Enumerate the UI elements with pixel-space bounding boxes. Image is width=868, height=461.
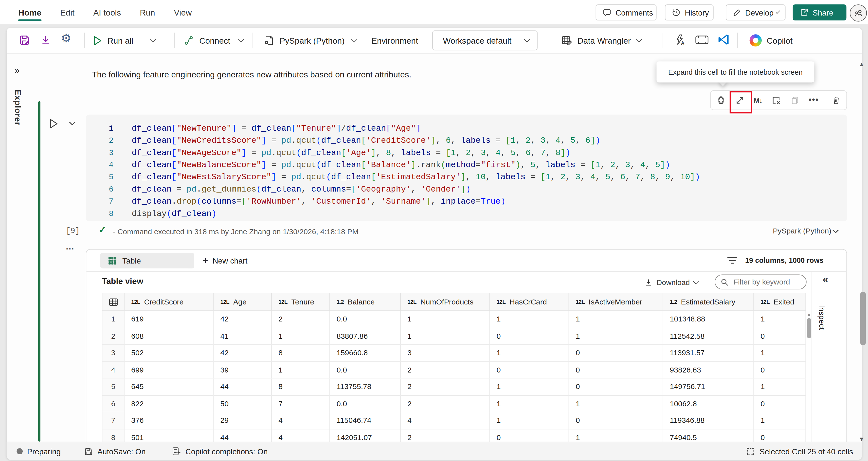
- delete-cell-icon[interactable]: [829, 90, 843, 110]
- connect-button[interactable]: Connect: [183, 28, 243, 53]
- column-type-icon: 1.2: [337, 299, 344, 305]
- tab-table[interactable]: Table: [100, 253, 194, 269]
- filter-input[interactable]: [733, 277, 798, 287]
- code-line-4[interactable]: 4df_clean["NewBalanceScore"] = pd.qcut(d…: [86, 159, 847, 171]
- column-header-HasCrCard[interactable]: 12LHasCrCard: [490, 293, 569, 311]
- column-header-IsActiveMember[interactable]: 12LIsActiveMember: [569, 293, 663, 311]
- table-cell: 93826.63: [663, 362, 754, 378]
- data-wrangler-button[interactable]: Data Wrangler: [561, 28, 641, 53]
- autosave-status[interactable]: AutoSave: On: [84, 442, 146, 461]
- expand-sidebar-icon[interactable]: »: [14, 65, 20, 76]
- session-status-label: Preparing: [27, 447, 61, 456]
- filter-icon[interactable]: [727, 257, 737, 264]
- filter-search-box[interactable]: [715, 274, 807, 289]
- table-cell: 0: [569, 345, 663, 362]
- column-header-NumOfProducts[interactable]: 12LNumOfProducts: [401, 293, 490, 311]
- collapse-cell-icon[interactable]: [68, 121, 76, 126]
- execution-status: - Command executed in 318 ms by Jene Zha…: [113, 227, 359, 236]
- menu-tab-home[interactable]: Home: [18, 1, 41, 23]
- run-cell-icon[interactable]: [49, 118, 58, 129]
- code-line-6[interactable]: 6df_clean = pd.get_dummies(df_clean, col…: [86, 183, 847, 195]
- table-row-6[interactable]: 68225070.021110062.80: [102, 395, 807, 412]
- run-all-button[interactable]: Run all: [93, 28, 155, 53]
- chevron-down-icon[interactable]: [832, 229, 839, 234]
- chevron-down-icon[interactable]: [149, 36, 156, 42]
- column-header-EstimatedSalary[interactable]: 1.2EstimatedSalary: [663, 293, 754, 311]
- new-chart-button[interactable]: + New chart: [203, 249, 248, 271]
- code-line-2[interactable]: 2df_clean["NewCreditsScore"] = pd.qcut(d…: [86, 134, 847, 147]
- quick-actions-icon[interactable]: A: [674, 34, 686, 46]
- code-line-3[interactable]: 3df_clean["NewAgeScore"] = pd.qcut(df_cl…: [86, 147, 847, 159]
- scrollbar-down-icon[interactable]: ▼: [859, 436, 865, 442]
- scrollbar-up-icon[interactable]: ▲: [859, 61, 865, 67]
- select-all-header-cell[interactable]: [102, 293, 125, 311]
- workspace-selector[interactable]: Workspace default: [432, 30, 537, 50]
- share-button[interactable]: Share: [793, 4, 846, 21]
- table-row-5[interactable]: 5645448113755.78210149756.711: [102, 379, 807, 395]
- code-line-8[interactable]: 8display(df_clean): [86, 208, 847, 220]
- download-icon[interactable]: [40, 34, 52, 46]
- code-cell[interactable]: 1df_clean["NewTenure"] = df_clean["Tenur…: [86, 115, 847, 221]
- save-icon[interactable]: [19, 34, 30, 46]
- column-header-Age[interactable]: 12LAge: [214, 293, 272, 311]
- kernel-selector[interactable]: PySpark (Python): [264, 28, 356, 53]
- collapsed-indicator[interactable]: ...: [66, 242, 74, 251]
- clear-output-icon[interactable]: [769, 90, 783, 110]
- chevron-down-icon[interactable]: [351, 36, 357, 42]
- cell-copilot-icon[interactable]: [714, 90, 728, 110]
- table-cell: 10062.8: [663, 395, 754, 412]
- table-row-1[interactable]: 16194220.0111101348.881: [102, 311, 807, 328]
- toolbar-divider: [252, 33, 252, 48]
- more-actions-icon[interactable]: •••: [806, 89, 822, 109]
- settings-gear-icon[interactable]: ⚙: [61, 33, 71, 43]
- table-cell: 42: [214, 345, 272, 362]
- table-row-4[interactable]: 46993910.020093826.630: [102, 362, 807, 378]
- inspect-tab[interactable]: Inspect: [818, 305, 827, 330]
- table-cell: 4: [272, 412, 330, 429]
- table-row-7[interactable]: 7376294115046.74410119346.881: [102, 412, 807, 429]
- history-button[interactable]: History: [665, 4, 714, 21]
- table-scroll-up-icon[interactable]: ▲: [807, 312, 811, 317]
- table-row-2[interactable]: 260841183807.86101112542.580: [102, 328, 807, 345]
- table-cell: 113755.78: [330, 379, 401, 395]
- column-header-Exited[interactable]: 12LExited: [754, 293, 806, 311]
- cell-kernel-label[interactable]: PySpark (Python): [773, 227, 832, 235]
- table-scrollbar-thumb[interactable]: [807, 318, 811, 338]
- column-header-Tenure[interactable]: 12LTenure: [272, 293, 330, 311]
- vscode-icon[interactable]: [717, 33, 730, 46]
- table-summary: 19 columns, 1000 rows: [745, 256, 824, 265]
- collapse-panel-icon[interactable]: «: [823, 274, 828, 285]
- code-line-1[interactable]: 1df_clean["NewTenure"] = df_clean["Tenur…: [86, 122, 847, 134]
- copilot-button[interactable]: Copilot: [750, 28, 793, 53]
- menu-tab-view[interactable]: View: [174, 1, 192, 23]
- app-window: HomeEditAI toolsRunView Comments History…: [0, 0, 868, 461]
- table-cell: 822: [125, 395, 214, 412]
- copy-cell-icon[interactable]: [788, 90, 802, 110]
- selection-label: Selected Cell 25 of 40 cells: [760, 447, 853, 456]
- explorer-pane-label[interactable]: Explorer: [13, 90, 23, 126]
- table-cell: 1: [401, 328, 490, 345]
- menu-tab-edit[interactable]: Edit: [60, 1, 74, 23]
- menu-tab-ai-tools[interactable]: AI tools: [93, 1, 121, 23]
- comments-label: Comments: [616, 8, 653, 17]
- convert-to-markdown-icon[interactable]: M↓: [751, 90, 765, 110]
- menu-tab-run[interactable]: Run: [140, 1, 155, 23]
- main-scrollbar-thumb[interactable]: [860, 291, 866, 345]
- chevron-down-icon[interactable]: [238, 36, 244, 42]
- develop-button[interactable]: Develop: [726, 4, 785, 21]
- line-number: 5: [86, 171, 114, 183]
- table-body: 16194220.0111101348.881260841183807.8610…: [102, 311, 807, 446]
- comments-button[interactable]: Comments: [596, 4, 657, 21]
- environment-label[interactable]: Environment: [371, 28, 418, 53]
- column-header-Balance[interactable]: 1.2Balance: [330, 293, 401, 311]
- column-header-CreditScore[interactable]: 12LCreditScore: [125, 293, 214, 311]
- account-avatar[interactable]: [850, 4, 867, 22]
- frame-icon[interactable]: [695, 35, 709, 44]
- line-number: 6: [86, 183, 114, 195]
- code-line-7[interactable]: 7df_clean.drop(columns=['RowNumber', 'Cu…: [86, 195, 847, 207]
- table-row-3[interactable]: 3502428159660.8310113931.571: [102, 345, 807, 362]
- chevron-down-icon[interactable]: [636, 36, 642, 42]
- download-button[interactable]: Download: [644, 274, 698, 290]
- code-line-5[interactable]: 5df_clean["NewEstSalaryScore"] = pd.qcut…: [86, 171, 847, 183]
- copilot-completions-status[interactable]: Copilot completions: On: [172, 442, 268, 461]
